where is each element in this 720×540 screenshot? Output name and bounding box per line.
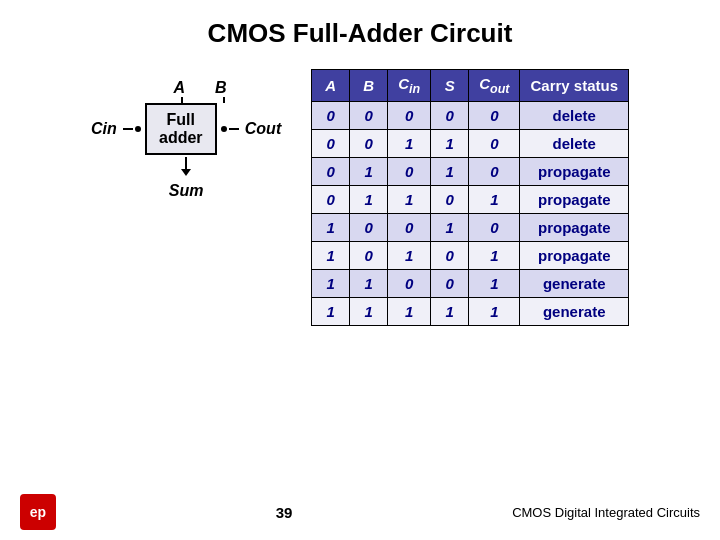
value-cell: 0 [431,102,469,130]
col-header-b: B [350,70,388,102]
value-cell: 0 [312,186,350,214]
value-cell: 0 [469,130,520,158]
value-cell: 0 [431,242,469,270]
table-row: 11001generate [312,270,629,298]
input-b-label: B [215,79,227,97]
col-header-cout: Cout [469,70,520,102]
col-header-cin: Cin [388,70,431,102]
value-cell: 0 [469,158,520,186]
value-cell: 1 [350,298,388,326]
value-cell: 1 [431,214,469,242]
status-cell: propagate [520,214,629,242]
table-row: 10101propagate [312,242,629,270]
value-cell: 1 [469,298,520,326]
circuit-diagram: A B Cin Full adder Cout Sum [91,69,281,200]
cin-label: Cin [91,120,117,138]
footer: ep 39 CMOS Digital Integrated Circuits [0,494,720,530]
sum-label: Sum [169,182,204,200]
truth-table: A B Cin S Cout Carry status 00000delete0… [311,69,629,326]
value-cell: 0 [350,214,388,242]
table-row: 10010propagate [312,214,629,242]
value-cell: 0 [431,270,469,298]
value-cell: 0 [388,270,431,298]
status-cell: delete [520,130,629,158]
page-number: 39 [276,504,293,521]
status-cell: generate [520,298,629,326]
value-cell: 0 [350,242,388,270]
col-header-s: S [431,70,469,102]
value-cell: 1 [312,242,350,270]
footer-copyright: CMOS Digital Integrated Circuits [512,505,700,520]
col-header-carry-status: Carry status [520,70,629,102]
table-row: 01101propagate [312,186,629,214]
value-cell: 0 [388,102,431,130]
col-header-a: A [312,70,350,102]
value-cell: 1 [350,158,388,186]
page-title: CMOS Full-Adder Circuit [0,0,720,59]
value-cell: 1 [388,130,431,158]
value-cell: 0 [388,158,431,186]
value-cell: 1 [431,130,469,158]
value-cell: 1 [469,242,520,270]
value-cell: 0 [312,130,350,158]
truth-table-wrapper: A B Cin S Cout Carry status 00000delete0… [311,69,629,326]
table-row: 01010propagate [312,158,629,186]
value-cell: 0 [312,102,350,130]
status-cell: delete [520,102,629,130]
value-cell: 1 [431,158,469,186]
status-cell: propagate [520,158,629,186]
value-cell: 0 [469,214,520,242]
value-cell: 0 [469,102,520,130]
value-cell: 0 [388,214,431,242]
value-cell: 0 [312,158,350,186]
value-cell: 0 [431,186,469,214]
table-row: 00000delete [312,102,629,130]
status-cell: propagate [520,242,629,270]
cin-dot [135,126,141,132]
table-row: 11111generate [312,298,629,326]
value-cell: 1 [469,270,520,298]
value-cell: 1 [350,270,388,298]
cout-dot [221,126,227,132]
table-row: 00110delete [312,130,629,158]
value-cell: 1 [312,270,350,298]
input-a-label: A [174,79,186,97]
footer-logo: ep [20,494,56,530]
value-cell: 1 [350,186,388,214]
value-cell: 1 [388,298,431,326]
value-cell: 1 [312,298,350,326]
value-cell: 0 [350,130,388,158]
value-cell: 1 [312,214,350,242]
value-cell: 0 [350,102,388,130]
status-cell: generate [520,270,629,298]
value-cell: 1 [469,186,520,214]
value-cell: 1 [431,298,469,326]
cout-label: Cout [245,120,281,138]
value-cell: 1 [388,242,431,270]
value-cell: 1 [388,186,431,214]
full-adder-box: Full adder [145,103,217,155]
status-cell: propagate [520,186,629,214]
